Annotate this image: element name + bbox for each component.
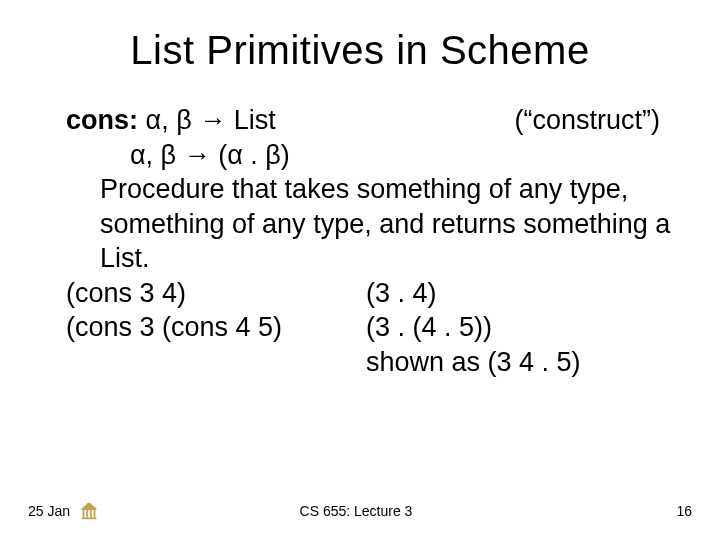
cons-type-line: α, β → (α . β) — [66, 138, 680, 173]
footer-date: 25 Jan — [28, 503, 78, 519]
cons-signature-row: cons: α, β → List (“construct”) — [66, 103, 680, 138]
cons-label: cons: — [66, 105, 138, 135]
example-1-result: (3 . 4) — [366, 276, 680, 311]
svg-rect-1 — [86, 510, 88, 517]
svg-rect-4 — [82, 517, 97, 519]
footer-center: CS 655: Lecture 3 — [100, 503, 652, 519]
cons-signature: cons: α, β → List — [66, 103, 514, 138]
example-2-call: (cons 3 (cons 4 5) — [66, 310, 366, 345]
slide: List Primitives in Scheme cons: α, β → L… — [0, 0, 720, 540]
svg-rect-2 — [90, 510, 92, 517]
cons-description: Procedure that takes something of any ty… — [66, 172, 680, 276]
cons-note: (“construct”) — [514, 103, 680, 138]
example-2-result: (3 . (4 . 5)) — [366, 310, 680, 345]
example-1: (cons 3 4) (3 . 4) — [66, 276, 680, 311]
slide-title: List Primitives in Scheme — [40, 28, 680, 73]
example-2: (cons 3 (cons 4 5) (3 . (4 . 5)) — [66, 310, 680, 345]
svg-rect-0 — [83, 510, 85, 517]
svg-rect-3 — [94, 510, 96, 517]
example-1-call: (cons 3 4) — [66, 276, 366, 311]
cons-sig-text: α, β → List — [138, 105, 276, 135]
uva-rotunda-icon — [78, 500, 100, 522]
slide-body: cons: α, β → List (“construct”) α, β → (… — [40, 103, 680, 379]
shown-as-line: shown as (3 4 . 5) — [66, 345, 680, 380]
footer: 25 Jan CS 655: Lecture 3 16 — [0, 500, 720, 522]
svg-point-5 — [86, 503, 92, 509]
footer-page-number: 16 — [652, 503, 692, 519]
